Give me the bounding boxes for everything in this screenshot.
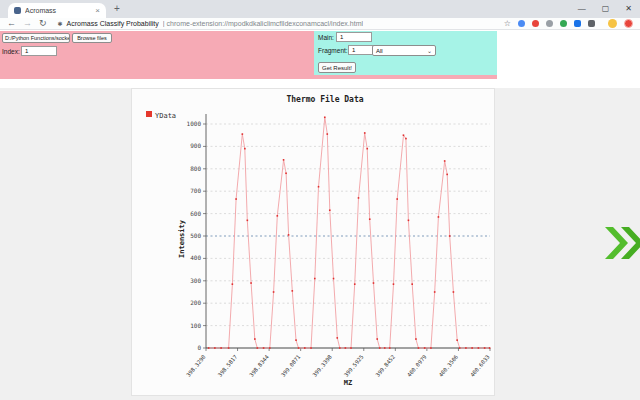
browser-titlebar: Acromass × + — ▢ ✕ — [0, 0, 640, 18]
toolbar-right-icons: ☆ — [504, 19, 633, 28]
svg-text:399.0871: 399.0871 — [280, 354, 302, 378]
index-label: Index: — [2, 48, 20, 55]
svg-text:398.3290: 398.3290 — [185, 354, 207, 378]
fragment-filter-value: All — [376, 48, 383, 54]
window-controls: — ▢ ✕ — [578, 0, 632, 16]
page-main-area: Thermo File DataYData0100200300400500600… — [0, 88, 640, 400]
svg-text:400.6033: 400.6033 — [469, 354, 491, 378]
extension-icon[interactable] — [574, 20, 581, 27]
svg-text:600: 600 — [190, 210, 201, 217]
forward-icon[interactable]: → — [23, 19, 32, 28]
svg-text:900: 900 — [190, 142, 201, 149]
profile-avatar[interactable] — [608, 19, 617, 28]
svg-text:400.0979: 400.0979 — [406, 354, 428, 378]
svg-text:300: 300 — [190, 277, 201, 284]
browser-toolbar: ← → ↻ ✱ Acromass Classify Probability | … — [0, 18, 640, 30]
omnibox-site-icon: ✱ — [58, 20, 63, 27]
fragment-input[interactable]: 1 — [348, 45, 374, 55]
extension-icon[interactable] — [518, 20, 525, 27]
svg-text:399.5925: 399.5925 — [343, 354, 365, 378]
browse-files-button[interactable]: Browse files — [72, 33, 112, 43]
browser-menu-icon[interactable] — [624, 19, 633, 28]
svg-text:399.8452: 399.8452 — [374, 354, 396, 378]
svg-text:MZ: MZ — [344, 379, 352, 387]
svg-text:0: 0 — [197, 344, 201, 351]
file-path-field[interactable]: D:/Python Functions/socket — [2, 33, 70, 43]
main-input[interactable]: 1 — [336, 32, 372, 42]
svg-text:100: 100 — [190, 322, 201, 329]
extension-icon[interactable] — [546, 20, 553, 27]
fragment-filter-select[interactable]: All ⌄ — [372, 45, 436, 56]
fragment-label: Fragment: — [318, 47, 348, 54]
back-icon[interactable]: ← — [7, 19, 16, 28]
bookmark-star-icon[interactable]: ☆ — [504, 19, 511, 28]
index-input[interactable]: 1 — [21, 46, 57, 56]
page-background-strip — [0, 79, 640, 88]
tab-title: Acromass — [25, 7, 91, 14]
window-minimize-button[interactable]: — — [578, 4, 586, 13]
svg-text:Thermo File Data: Thermo File Data — [286, 94, 363, 104]
svg-text:200: 200 — [190, 299, 201, 306]
thermo-chart-canvas: Thermo File DataYData0100200300400500600… — [131, 88, 495, 396]
svg-text:Intensity: Intensity — [178, 219, 186, 258]
page-label: Acromass Classify Probability — [67, 20, 159, 27]
tab-close-icon[interactable]: × — [95, 6, 100, 15]
green-double-chevron-icon[interactable] — [604, 226, 640, 260]
new-tab-button[interactable]: + — [114, 3, 120, 14]
svg-text:398.8344: 398.8344 — [248, 353, 270, 378]
svg-text:399.3398: 399.3398 — [311, 354, 333, 378]
svg-text:500: 500 — [190, 232, 201, 239]
chevron-down-icon: ⌄ — [427, 47, 432, 54]
extension-icon[interactable] — [532, 20, 539, 27]
svg-text:400.3506: 400.3506 — [438, 354, 460, 378]
svg-text:YData: YData — [155, 112, 176, 120]
svg-text:800: 800 — [190, 165, 201, 172]
query-panel: Main: 1 Fragment: 1 All ⌄ Get Result! — [314, 31, 497, 75]
browser-tab[interactable]: Acromass × — [8, 3, 106, 18]
extension-icon[interactable] — [560, 20, 567, 27]
get-result-button[interactable]: Get Result! — [318, 62, 356, 73]
site-favicon-icon — [14, 7, 21, 14]
window-close-button[interactable]: ✕ — [625, 4, 632, 13]
svg-text:398.5817: 398.5817 — [217, 354, 239, 378]
extensions-puzzle-icon[interactable] — [588, 20, 595, 27]
window-maximize-button[interactable]: ▢ — [602, 4, 610, 13]
svg-text:1000: 1000 — [187, 120, 202, 127]
main-label: Main: — [318, 34, 334, 41]
address-bar[interactable]: ✱ Acromass Classify Probability | chrome… — [58, 20, 500, 27]
page-url: | chrome-extension://mpodkdkaliclimcflld… — [163, 20, 363, 27]
svg-text:700: 700 — [190, 187, 201, 194]
thermo-chart: Thermo File DataYData0100200300400500600… — [132, 89, 496, 397]
reload-icon[interactable]: ↻ — [39, 19, 47, 28]
svg-text:400: 400 — [190, 254, 201, 261]
